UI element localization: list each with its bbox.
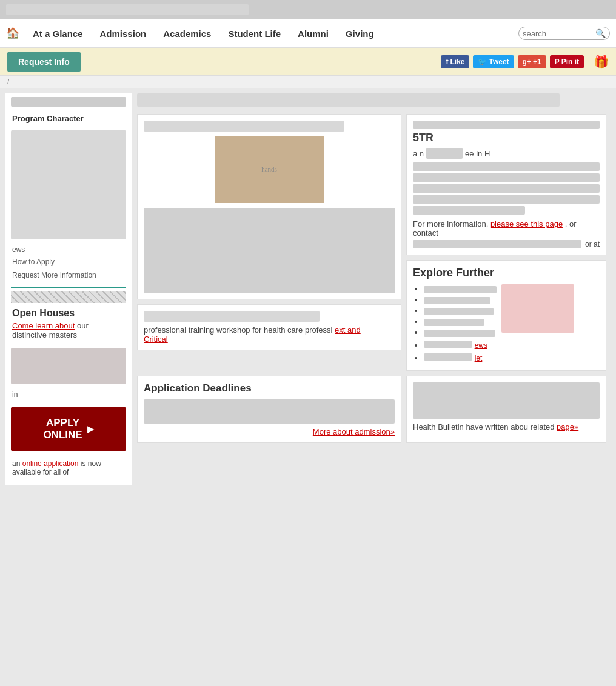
contact-area: or at: [413, 240, 600, 248]
google-plus-button[interactable]: g+ +1: [518, 55, 546, 68]
explore-news-link[interactable]: ews: [475, 341, 487, 350]
or-at-text: or at: [585, 240, 600, 248]
apply-arrow-icon: ▶: [87, 424, 94, 434]
sidebar: Program Character ews How to Apply Reque…: [5, 93, 132, 485]
sidebar-hatch: [11, 291, 126, 303]
explore-item-2: [424, 295, 497, 306]
sidebar-image-2: [11, 348, 126, 384]
content-bottom-row: Application Deadlines More about admissi…: [137, 376, 606, 443]
open-houses-title: Open Houses: [12, 308, 125, 319]
social-buttons: f Like 🐦 Tweet g+ +1 P Pin it 🎁: [441, 55, 609, 69]
info-blurred-top: [413, 121, 600, 129]
content-area: professional training workshop for healt…: [132, 93, 611, 485]
explore-inner: ews let: [413, 284, 600, 364]
info-subtext: a n: [413, 149, 424, 158]
sidebar-divider: [11, 287, 126, 288]
workshop-text: professional training workshop for healt…: [144, 325, 395, 344]
deadlines-box: Application Deadlines More about admissi…: [137, 376, 401, 443]
open-houses-text: Come learn about our distinctive masters: [12, 321, 125, 339]
info-grey-2: [413, 173, 600, 182]
explore-item-6: ews: [424, 339, 497, 351]
info-grey-4: [413, 195, 600, 204]
explore-box: Explore Further ews: [406, 260, 606, 371]
sidebar-request-more-info[interactable]: Request More Information: [5, 268, 132, 282]
pinterest-pin-button[interactable]: P Pin it: [550, 55, 584, 68]
pin-icon: P: [555, 58, 560, 66]
left-content: professional training workshop for healt…: [137, 114, 401, 371]
info-title: 5TR: [413, 132, 600, 144]
info-grey-5: [413, 206, 525, 215]
breadcrumb-text: /: [7, 78, 9, 85]
content-top-row: professional training workshop for healt…: [137, 114, 606, 371]
gplus-icon: g+: [523, 58, 531, 66]
health-text: Health Bulletin have written abou relate…: [413, 422, 600, 431]
health-page-link[interactable]: page»: [557, 422, 578, 431]
article-image-full: [144, 208, 395, 293]
explore-item-1: [424, 284, 497, 295]
home-icon[interactable]: 🏠: [6, 27, 19, 40]
workshop-link-1[interactable]: ext and: [335, 325, 361, 335]
gift-icon[interactable]: 🎁: [594, 55, 609, 69]
explore-list: ews let: [413, 284, 497, 364]
sidebar-how-to-apply[interactable]: How to Apply: [5, 255, 132, 268]
info-box: 5TR a n ee in H For more information, pl…: [406, 114, 606, 255]
open-houses-section: Open Houses Come learn about our distinc…: [5, 303, 132, 344]
info-grey-3: [413, 184, 600, 193]
info-blurred-input: [426, 148, 463, 159]
nav-item-alumni[interactable]: Alumni: [298, 28, 329, 39]
twitter-tweet-button[interactable]: 🐦 Tweet: [473, 55, 514, 68]
nav-item-academics[interactable]: Academics: [163, 28, 211, 39]
facebook-icon: f: [446, 58, 448, 66]
search-button[interactable]: 🔍: [595, 28, 606, 38]
for-more-text: For more information,: [413, 219, 488, 228]
article-box-1: [137, 114, 401, 299]
explore-item-3: [424, 306, 497, 317]
explore-image: [501, 284, 574, 333]
deadlines-blurred: [144, 399, 395, 424]
please-see-this-page-link[interactable]: please see this page: [490, 219, 563, 228]
facebook-like-button[interactable]: f Like: [441, 55, 469, 68]
explore-title: Explore Further: [413, 267, 600, 279]
sidebar-news-text: ews: [5, 243, 132, 255]
online-application-link[interactable]: online application: [22, 459, 79, 468]
twitter-icon: 🐦: [478, 58, 487, 66]
breadcrumb: /: [0, 76, 616, 88]
top-bar: [0, 0, 616, 19]
right-content: 5TR a n ee in H For more information, pl…: [406, 114, 606, 371]
explore-item-5: [424, 328, 497, 339]
explore-item-4: [424, 317, 497, 328]
workshop-link-2[interactable]: Critical: [144, 335, 168, 344]
gplus-label: +1: [533, 58, 541, 66]
workshop-box: professional training workshop for healt…: [137, 304, 401, 350]
like-label: Like: [450, 58, 464, 66]
nav-item-admission[interactable]: Admission: [100, 28, 147, 39]
health-grey: [413, 382, 600, 419]
search-area: 🔍: [518, 27, 610, 40]
health-text-1: Health: [413, 422, 436, 431]
article-hands-image: [215, 136, 324, 203]
secondary-bar: Request Info f Like 🐦 Tweet g+ +1 P Pin …: [0, 48, 616, 76]
top-bar-blurred: [6, 4, 249, 15]
sidebar-in-text: in: [5, 388, 132, 401]
come-learn-link[interactable]: Come learn about: [12, 321, 75, 330]
nav-item-giving[interactable]: Giving: [346, 28, 374, 39]
content-title-blurred: [137, 93, 560, 107]
explore-let-link[interactable]: let: [475, 354, 483, 362]
article-title-blurred: [144, 121, 344, 132]
online-app-prefix: an: [12, 459, 20, 468]
sidebar-blurred-item[interactable]: [11, 97, 126, 107]
sidebar-program-character: Program Character: [5, 110, 132, 127]
explore-item-7: let: [424, 351, 497, 364]
tweet-label: Tweet: [489, 58, 509, 66]
nav-item-at-a-glance[interactable]: At a Glance: [33, 28, 83, 39]
health-box: Health Bulletin have written abou relate…: [406, 376, 606, 443]
deadlines-title: Application Deadlines: [144, 382, 395, 395]
nav-item-student-life[interactable]: Student Life: [228, 28, 281, 39]
apply-online-button[interactable]: APPLY ONLINE ▶: [11, 407, 126, 451]
workshop-body-text: professional training workshop for healt…: [144, 325, 332, 335]
request-info-button[interactable]: Request Info: [7, 52, 81, 72]
search-input[interactable]: [523, 29, 595, 38]
more-admission-link[interactable]: More about admission»: [144, 427, 395, 436]
health-text-2: Bulletin have written abou: [438, 422, 528, 431]
pin-label: Pin it: [561, 58, 579, 66]
